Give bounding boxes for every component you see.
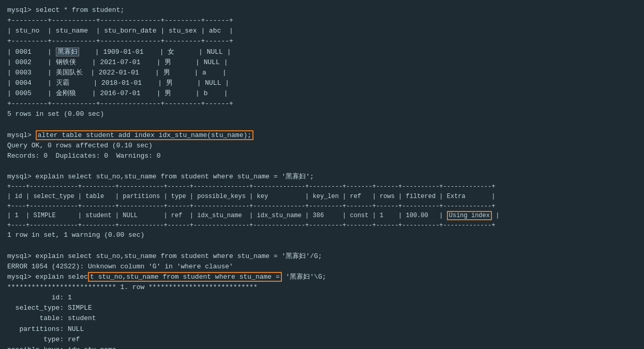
table-border-1: +---------+-----------+---------------+-… bbox=[7, 16, 637, 26]
table-row-3: | 0003 | 美国队长 | 2022-01-01 | 男 | a | bbox=[7, 68, 637, 78]
vertical-select-type: select_type: SIMPLE bbox=[7, 303, 637, 313]
rows-in-set-2: 1 row in set, 1 warning (0.00 sec) bbox=[7, 230, 637, 240]
vertical-partitions: partitions: NULL bbox=[7, 324, 637, 335]
table-row-4: | 0004 | 灭霸 | 2018-01-01 | 男 | NULL | bbox=[7, 78, 637, 88]
line-explain-2-error: mysql> explain select stu_no,stu_name fr… bbox=[7, 251, 637, 262]
blank-2 bbox=[7, 161, 637, 172]
line-explain-2-correct: mysql> explain select stu_no,stu_name fr… bbox=[7, 272, 637, 282]
query-ok: Query OK, 0 rows affected (0.10 sec) bbox=[7, 141, 637, 151]
table-row-2: | 0002 | 钢铁侠 | 2021-07-01 | 男 | NULL | bbox=[7, 57, 637, 68]
line-explain-1: mysql> explain select stu_no,stu_name fr… bbox=[7, 172, 637, 182]
explain-table-border-2: +----+-------------+---------+----------… bbox=[7, 202, 637, 211]
vertical-table: table: student bbox=[7, 313, 637, 324]
error-line: ERROR 1054 (42S22): Unknown column 'G' i… bbox=[7, 262, 637, 272]
alter-table-highlight: alter table student add index idx_stu_na… bbox=[36, 130, 253, 140]
using-index-box: Using index bbox=[447, 211, 492, 220]
table-border-2: +---------+-----------+---------------+-… bbox=[7, 36, 637, 47]
vertical-separator: *************************** 1. row *****… bbox=[7, 282, 637, 293]
blank-3 bbox=[7, 241, 637, 251]
table-border-3: +---------+-----------+---------------+-… bbox=[7, 99, 637, 109]
line-alter-table: mysql> alter table student add index idx… bbox=[7, 130, 637, 141]
terminal: mysql> select * from student; +---------… bbox=[7, 5, 637, 349]
vertical-possible-keys: possible_keys: idx_stu_name bbox=[7, 345, 637, 349]
explain-table-header: | id | select_type | table | partitions … bbox=[7, 192, 637, 202]
explain-table-row: | 1 | SIMPLE | student | NULL | ref | id… bbox=[7, 211, 637, 221]
rows-in-set-1: 5 rows in set (0.00 sec) bbox=[7, 109, 637, 119]
records-info: Records: 0 Duplicates: 0 Warnings: 0 bbox=[7, 151, 637, 161]
explain-table-border-1: +----+-------------+---------+----------… bbox=[7, 182, 637, 192]
vertical-id: id: 1 bbox=[7, 293, 637, 303]
explain-table-border-3: +----+-------------+---------+----------… bbox=[7, 221, 637, 231]
blank-1 bbox=[7, 120, 637, 130]
line-select-student: mysql> select * from student; bbox=[7, 5, 637, 16]
table-row-5: | 0005 | 金刚狼 | 2016-07-01 | 男 | b | bbox=[7, 88, 637, 99]
query-highlight-box: t stu_no,stu_name from student where stu… bbox=[88, 272, 282, 282]
table-row-1: | 0001 | 黑寡妇 | 1909-01-01 | 女 | NULL | bbox=[7, 47, 637, 57]
table-header: | stu_no | stu_name | stu_born_date | st… bbox=[7, 26, 637, 36]
vertical-type: type: ref bbox=[7, 335, 637, 345]
